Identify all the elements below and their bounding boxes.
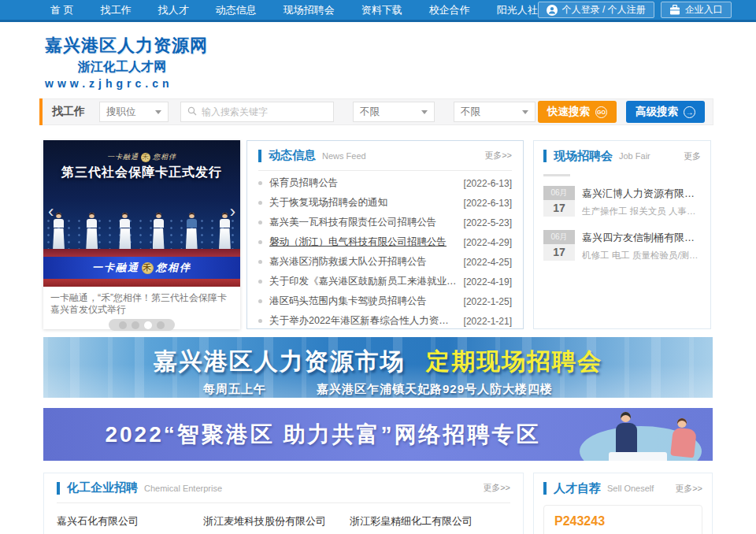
news-link[interactable]: 保育员招聘公告 bbox=[269, 176, 458, 190]
jobfair-info: 嘉兴汇博人力资源有限公司 生产操作工 报关文员 人事行政助理... bbox=[582, 186, 701, 217]
news-more-link[interactable]: 更多>> bbox=[484, 150, 512, 161]
news-link[interactable]: 港区码头范围内集卡驾驶员招聘公告 bbox=[269, 295, 458, 308]
type-filter-select[interactable]: 不限 bbox=[454, 102, 536, 122]
slide-script-top: 一卡融通禾您相伴 bbox=[43, 152, 240, 162]
quick-search-button[interactable]: 快速搜索 GO bbox=[538, 101, 617, 123]
jobfair-subtitle: Job Fair bbox=[619, 151, 650, 161]
nav-item-news[interactable]: 动态信息 bbox=[216, 3, 257, 17]
person-figure bbox=[153, 213, 165, 250]
personal-login-label: 个人登录 / 个人注册 bbox=[562, 3, 646, 17]
search-input[interactable] bbox=[202, 106, 327, 117]
nav-item-job-fair[interactable]: 现场招聘会 bbox=[284, 3, 335, 17]
nav-item-find-job[interactable]: 找工作 bbox=[101, 3, 132, 17]
nav-item-sunshine-hr[interactable]: 阳光人社 bbox=[497, 3, 538, 17]
online-recruitment-banner[interactable]: 2022“智聚港区 助力共富”网络招聘专区 bbox=[43, 408, 713, 461]
advanced-search-button[interactable]: 高级搜索 → bbox=[626, 101, 705, 123]
nav-item-find-talent[interactable]: 找人才 bbox=[158, 3, 189, 17]
carousel: 一卡融通禾您相伴 第三代社会保障卡正式发行 一卡融通禾您相伴 ‹ › bbox=[43, 140, 240, 329]
enterprise-entry-button[interactable]: 企业入口 bbox=[661, 2, 732, 18]
person-figure bbox=[186, 213, 198, 250]
news-date: [2022-4-25] bbox=[464, 257, 512, 268]
quick-search-label: 快速搜索 bbox=[547, 105, 590, 119]
news-date: [2022-6-13] bbox=[464, 178, 512, 189]
stage-people-decor bbox=[53, 213, 231, 250]
carousel-prev-arrow[interactable]: ‹ bbox=[48, 203, 54, 221]
news-link[interactable]: 磐动（浙江）电气科技有限公司招聘公告 bbox=[269, 235, 458, 249]
personal-login-button[interactable]: 个人登录 / 个人注册 bbox=[538, 2, 654, 18]
site-logo[interactable]: 嘉兴港区人力资源网 浙江化工人才网 www.zjhgrc.cn bbox=[0, 22, 756, 90]
city-filter-select[interactable]: 不限 bbox=[353, 102, 435, 122]
jobfair-company-link[interactable]: 嘉兴四方友信制桶有限公司 bbox=[582, 231, 701, 245]
nav-item-home[interactable]: 首 页 bbox=[50, 3, 74, 17]
carousel-dot-active[interactable] bbox=[144, 321, 152, 329]
jobfair-item: 06月 17 嘉兴四方友信制桶有限公司 机修工 电工 质量检验员/测试员 叉车.… bbox=[543, 230, 701, 261]
news-item: 关于恢复现场招聘会的通知 [2022-6-13] bbox=[258, 193, 512, 213]
news-item: 磐动（浙江）电气科技有限公司招聘公告 [2022-4-29] bbox=[258, 232, 512, 252]
news-link[interactable]: 嘉兴美一瓦科技有限责任公司招聘公告 bbox=[269, 216, 458, 229]
talent-more-link[interactable]: 更多>> bbox=[675, 483, 702, 495]
jobfair-banner-title: 嘉兴港区人力资源市场 定期现场招聘会 bbox=[43, 346, 713, 378]
section-bar bbox=[57, 482, 60, 495]
company-link[interactable]: 浙江麦堆科技股份有限公司 bbox=[203, 514, 350, 528]
news-date: [2022-6-13] bbox=[464, 198, 512, 209]
talent-panel: 人才自荐 Sell Oneself 更多>> P243243 男 | 嘉兴市->… bbox=[533, 473, 713, 534]
top-nav: 首 页 找工作 找人才 动态信息 现场招聘会 资料下载 校企合作 阳光人社 个人… bbox=[0, 0, 756, 22]
chemical-title: 化工企业招聘 bbox=[67, 480, 138, 495]
talent-title: 人才自荐 bbox=[554, 481, 601, 496]
news-title: 动态信息 bbox=[269, 148, 316, 163]
jobfair-title: 现场招聘会 bbox=[554, 149, 613, 164]
jobfair-info: 嘉兴四方友信制桶有限公司 机修工 电工 质量检验员/测试员 叉车... bbox=[582, 230, 701, 261]
news-link[interactable]: 嘉兴港区消防救援大队公开招聘公告 bbox=[269, 255, 458, 269]
chemical-subtitle: Chemical Enterprise bbox=[144, 484, 222, 493]
nav-item-school-cooperation[interactable]: 校企合作 bbox=[429, 3, 470, 17]
carousel-caption[interactable]: 一卡融通，“禾”您相伴！第三代社会保障卡嘉兴首发仪式举行 bbox=[43, 287, 240, 318]
person-figure bbox=[86, 213, 98, 250]
badge-day: 17 bbox=[543, 200, 575, 217]
jobfair-more-link[interactable]: 更多 bbox=[684, 150, 701, 162]
chemical-panel: 化工企业招聘 Chemical Enterprise 更多>> 嘉兴石化有限公司… bbox=[43, 473, 524, 534]
carousel-slide[interactable]: 一卡融通禾您相伴 第三代社会保障卡正式发行 一卡融通禾您相伴 ‹ › bbox=[43, 140, 240, 287]
news-subtitle: News Feed bbox=[322, 151, 366, 161]
banner-schedule: 每周五上午 bbox=[203, 382, 266, 397]
jobfair-banner[interactable]: 嘉兴港区人力资源市场 定期现场招聘会 每周五上午 嘉兴港区乍浦镇天妃路929号人… bbox=[43, 337, 713, 398]
advanced-search-label: 高级搜索 bbox=[636, 105, 678, 119]
date-badge: 06月 17 bbox=[543, 186, 575, 217]
arrow-right-circle-icon: → bbox=[684, 106, 695, 118]
grain-badge-icon: 禾 bbox=[142, 262, 154, 274]
talent-header: 人才自荐 Sell Oneself 更多>> bbox=[543, 473, 702, 503]
banner-address: 嘉兴港区乍浦镇天妃路929号人防大楼四楼 bbox=[317, 382, 553, 397]
carousel-dot[interactable] bbox=[132, 321, 139, 329]
carousel-dot[interactable] bbox=[119, 321, 127, 329]
date-badge: 06月 17 bbox=[543, 230, 575, 261]
jobfair-positions: 机修工 电工 质量检验员/测试员 叉车... bbox=[582, 250, 701, 261]
news-link[interactable]: 关于举办2022年港区新春综合性人力资源暨春风... bbox=[269, 314, 458, 328]
jobfair-banner-details: 每周五上午 嘉兴港区乍浦镇天妃路929号人防大楼四楼 bbox=[43, 382, 713, 397]
nav-item-downloads[interactable]: 资料下载 bbox=[361, 3, 402, 17]
carousel-dot[interactable] bbox=[157, 321, 165, 329]
badge-day: 17 bbox=[543, 244, 575, 261]
news-date: [2022-4-19] bbox=[464, 276, 512, 287]
type-filter-value: 不限 bbox=[461, 106, 480, 119]
news-link[interactable]: 关于印发《嘉兴港区鼓励新员工来港就业补助操作... bbox=[269, 275, 458, 288]
news-link[interactable]: 关于恢复现场招聘会的通知 bbox=[269, 196, 458, 210]
carousel-dots bbox=[109, 319, 175, 331]
jobfair-company-link[interactable]: 嘉兴汇博人力资源有限公司 bbox=[582, 187, 701, 201]
chemical-more-link[interactable]: 更多>> bbox=[483, 482, 510, 494]
bullet-icon bbox=[258, 240, 262, 244]
chevron-down-icon bbox=[155, 110, 161, 117]
talent-card[interactable]: P243243 男 | 嘉兴市->嘉兴港区 | 八年以上 bbox=[543, 505, 702, 534]
position-select[interactable]: 搜职位 bbox=[99, 102, 169, 122]
carousel-next-arrow[interactable]: › bbox=[230, 203, 235, 221]
company-link[interactable]: 浙江彩皇精细化工有限公司 bbox=[350, 514, 510, 528]
news-item: 嘉兴美一瓦科技有限责任公司招聘公告 [2022-5-23] bbox=[258, 213, 512, 232]
stage-floor-decor bbox=[43, 249, 240, 257]
news-header: 动态信息 News Feed 更多>> bbox=[258, 141, 512, 171]
slide-banner-strip: 一卡融通禾您相伴 bbox=[43, 257, 240, 279]
badge-month: 06月 bbox=[543, 186, 575, 200]
chevron-down-icon bbox=[421, 110, 428, 117]
company-link[interactable]: 嘉兴石化有限公司 bbox=[57, 514, 203, 528]
bullet-icon bbox=[258, 299, 262, 303]
person-figure bbox=[621, 412, 631, 422]
script-right: 您相伴 bbox=[156, 261, 191, 275]
banner-illustration bbox=[559, 408, 713, 461]
